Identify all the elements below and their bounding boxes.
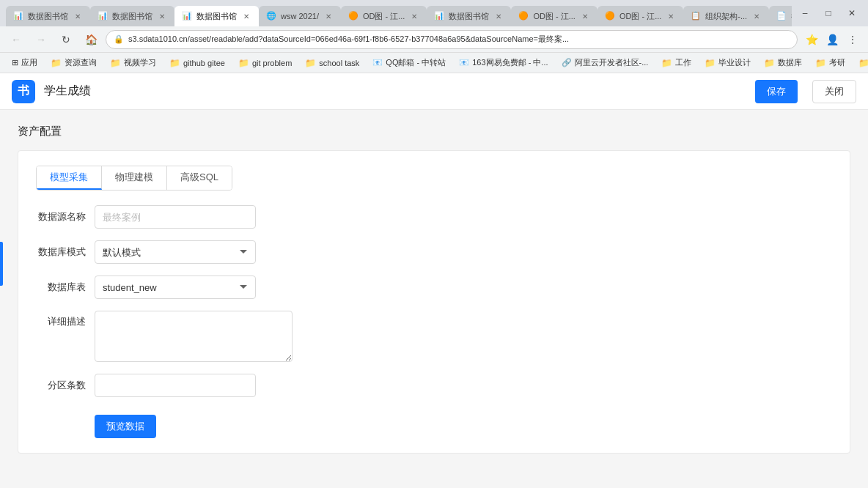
url-bar[interactable]: 🔒 s3.sdata1010.cn/asset/readable/add?dat… <box>106 30 798 49</box>
home-button[interactable]: 🏠 <box>81 29 101 50</box>
folder-icon-10: 📁 <box>858 58 868 68</box>
bookmark-exam[interactable]: 📁 考研 <box>809 56 851 70</box>
db-mode-row: 数据库模式 默认模式 <box>36 240 832 264</box>
forward-button[interactable]: → <box>31 29 51 50</box>
description-row: 详细描述 <box>36 311 832 362</box>
tab-advanced-sql[interactable]: 高级SQL <box>167 166 232 190</box>
db-mode-label: 数据库模式 <box>36 245 95 259</box>
bookmarks-bar: ⊞ 应用 📁 资源查询 📁 视频学习 📁 github gitee 📁 git … <box>0 53 868 73</box>
preview-btn-row: 预览数据 <box>36 409 832 438</box>
tab-physical-modeling[interactable]: 物理建模 <box>102 166 167 190</box>
bookmark-apps-label: 应用 <box>21 57 37 68</box>
folder-icon-8: 📁 <box>764 58 775 68</box>
main-area: 资产配置 模型采集 物理建模 高级SQL 数据源名称 数据库模式 默认模式 <box>0 110 868 488</box>
bookmark-db[interactable]: 📁 数据库 <box>758 56 808 70</box>
lock-icon: 🔒 <box>114 34 124 44</box>
browser-tab-4[interactable]: 🌐 wsw 2021/ ✕ <box>259 6 341 26</box>
tab-close-8[interactable]: ✕ <box>666 11 676 21</box>
bookmark-git-problem[interactable]: 📁 git problem <box>232 56 298 70</box>
browser-tab-9[interactable]: 📋 组织架构-... ✕ <box>683 6 769 26</box>
back-button[interactable]: ← <box>6 29 26 50</box>
bookmark-resource-label: 资源查询 <box>65 57 97 68</box>
bookmark-graduation[interactable]: 📁 毕业设计 <box>699 56 757 70</box>
tab-favicon-8: 🟠 <box>605 11 615 21</box>
db-table-select[interactable]: student_new <box>95 276 256 299</box>
mail-icon: 📧 <box>372 58 383 67</box>
tab-close-6[interactable]: ✕ <box>493 11 504 21</box>
tab-label-8: OD图 - 江... <box>619 11 661 22</box>
settings-more-icon[interactable]: ⋮ <box>843 30 862 49</box>
tab-close-2[interactable]: ✕ <box>157 11 167 21</box>
tab-close-7[interactable]: ✕ <box>580 11 590 21</box>
partition-label: 分区条数 <box>36 379 95 392</box>
app-header: 书 学生成绩 保存 关闭 <box>0 73 868 110</box>
bookmark-video[interactable]: 📁 视频学习 <box>104 56 162 70</box>
bookmark-aliyun[interactable]: 🔗 阿里云开发者社区-... <box>556 56 655 70</box>
bookmark-exam-label: 考研 <box>829 57 845 68</box>
close-window-button[interactable]: ✕ <box>842 3 862 23</box>
toolbar-icons: ⭐ 👤 ⋮ <box>802 30 862 49</box>
close-button[interactable]: 关闭 <box>812 80 856 103</box>
section-title: 资产配置 <box>18 125 850 138</box>
profile-icon[interactable]: 👤 <box>823 30 842 49</box>
bookmark-school-task[interactable]: 📁 school task <box>299 56 365 70</box>
browser-tab-1[interactable]: 📊 数据图书馆 ✕ <box>6 6 90 26</box>
datasource-name-input[interactable] <box>95 205 256 229</box>
folder-icon-7: 📁 <box>705 58 716 68</box>
tab-label-3: 数据图书馆 <box>196 11 237 22</box>
datasource-name-label: 数据源名称 <box>36 210 95 223</box>
title-bar: 📊 数据图书馆 ✕ 📊 数据图书馆 ✕ 📊 数据图书馆 ✕ 🌐 wsw 2021… <box>0 0 868 26</box>
link-icon: 🔗 <box>562 58 572 67</box>
bookmark-git-problem-label: git problem <box>252 59 292 67</box>
bookmark-work-label: 工作 <box>675 57 691 68</box>
extensions-icon[interactable]: ⭐ <box>802 30 821 49</box>
maximize-button[interactable]: □ <box>818 3 839 23</box>
db-table-label: 数据库表 <box>36 281 95 294</box>
db-mode-select[interactable]: 默认模式 <box>95 240 256 264</box>
bookmark-github[interactable]: 📁 github gitee <box>163 56 231 70</box>
preview-data-button[interactable]: 预览数据 <box>95 415 156 438</box>
url-text: s3.sdata1010.cn/asset/readable/add?dataS… <box>128 34 790 45</box>
tab-favicon-9: 📋 <box>691 11 701 21</box>
tab-label-10: 行政审批... <box>791 11 792 22</box>
save-button[interactable]: 保存 <box>755 80 798 103</box>
refresh-button[interactable]: ↻ <box>56 29 76 50</box>
tab-model-collection[interactable]: 模型采集 <box>37 166 102 190</box>
bookmark-163-mail[interactable]: 📧 163网易免费邮 - 中... <box>453 56 553 70</box>
browser-tab-3[interactable]: 📊 数据图书馆 ✕ <box>174 6 259 26</box>
tab-close-9[interactable]: ✕ <box>751 11 762 21</box>
tab-close-4[interactable]: ✕ <box>323 11 334 21</box>
tab-favicon-3: 📊 <box>182 11 192 21</box>
bookmark-work[interactable]: 📁 工作 <box>655 56 697 70</box>
browser-tab-5[interactable]: 🟠 OD图 - 江... ✕ <box>341 6 427 26</box>
partition-input[interactable] <box>95 374 256 397</box>
folder-icon-5: 📁 <box>305 58 316 68</box>
bookmark-resource[interactable]: 📁 资源查询 <box>45 56 103 70</box>
tab-label-6: 数据图书馆 <box>449 11 489 22</box>
window-controls: – □ ✕ <box>795 3 862 23</box>
bookmark-school-task-label: school task <box>319 59 359 67</box>
minimize-button[interactable]: – <box>795 3 815 23</box>
datasource-name-row: 数据源名称 <box>36 205 832 229</box>
tab-label-1: 数据图书馆 <box>28 11 68 22</box>
tab-close-3[interactable]: ✕ <box>241 11 251 21</box>
description-textarea[interactable] <box>95 311 293 362</box>
content-card: 模型采集 物理建模 高级SQL 数据源名称 数据库模式 默认模式 数据库表 <box>18 150 850 454</box>
bookmark-db-label: 数据库 <box>778 57 802 68</box>
left-accent-bar <box>0 242 3 286</box>
browser-tab-7[interactable]: 🟠 OD图 - 江... ✕ <box>511 6 597 26</box>
folder-icon-3: 📁 <box>169 58 180 68</box>
folder-icon-4: 📁 <box>238 58 249 68</box>
tab-favicon-6: 📊 <box>434 11 444 21</box>
browser-tab-2[interactable]: 📊 数据图书馆 ✕ <box>90 6 174 26</box>
browser-tab-6[interactable]: 📊 数据图书馆 ✕ <box>427 6 511 26</box>
bookmark-exam-nanjing[interactable]: 📁 考研南理工 <box>853 56 868 70</box>
tab-close-5[interactable]: ✕ <box>409 11 419 21</box>
bookmark-qq-mail[interactable]: 📧 QQ邮箱 - 中转站 <box>367 56 452 70</box>
browser-tab-10[interactable]: 📄 行政审批... ✕ <box>769 6 792 26</box>
bookmark-apps[interactable]: ⊞ 应用 <box>6 56 43 70</box>
browser-tab-8[interactable]: 🟠 OD图 - 江... ✕ <box>597 6 683 26</box>
tab-close-1[interactable]: ✕ <box>73 11 83 21</box>
bookmark-163-label: 163网易免费邮 - 中... <box>472 57 548 68</box>
app-logo: 书 <box>12 80 35 103</box>
